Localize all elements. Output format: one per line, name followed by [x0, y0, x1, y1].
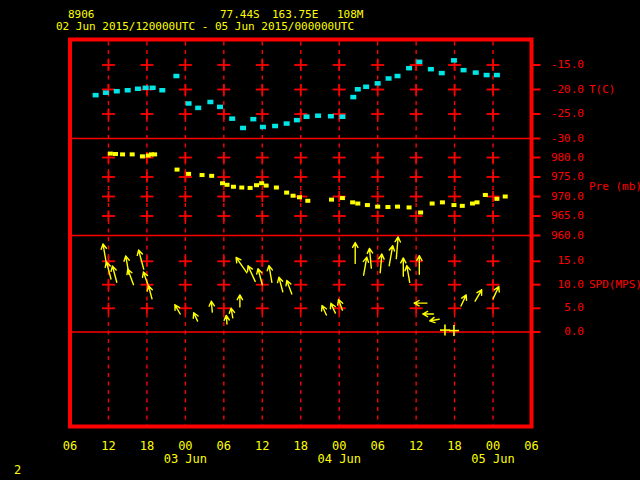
wind-arrow — [147, 286, 152, 299]
temperature-point — [461, 68, 467, 73]
value-tick-label: 970.0 — [544, 191, 584, 203]
wind-arrow — [248, 266, 256, 282]
temperature-point — [143, 86, 149, 91]
pressure-point — [460, 204, 465, 208]
pressure-point — [305, 199, 310, 203]
pressure-point — [375, 205, 380, 209]
pressure-point — [329, 198, 334, 202]
pressure-point — [475, 200, 480, 204]
time-tick-label: 12 — [409, 440, 423, 452]
wind-arrow — [405, 266, 410, 283]
day-label: 03 Jun — [164, 453, 207, 465]
temperature-point — [386, 76, 392, 81]
value-tick-label: 5.0 — [544, 302, 584, 314]
pressure-point — [200, 173, 205, 177]
time-tick-label: 18 — [294, 440, 308, 452]
time-tick-label: 00 — [486, 440, 500, 452]
pressure-point — [284, 191, 289, 195]
temperature-point — [315, 113, 321, 118]
time-tick-label: 18 — [447, 440, 461, 452]
wind-arrow — [322, 306, 327, 316]
pressure-point — [254, 183, 259, 187]
pressure-point — [355, 202, 360, 206]
pressure-point — [152, 152, 157, 156]
temperature-point — [355, 87, 361, 92]
pressure-point — [259, 181, 264, 185]
wind-arrow — [127, 269, 134, 285]
pressure-point — [120, 152, 125, 156]
time-tick-label: 06 — [63, 440, 77, 452]
temperature-point — [217, 105, 223, 110]
pressure-point — [385, 205, 390, 209]
pressure-point — [395, 205, 400, 209]
temperature-point — [350, 95, 356, 100]
pressure-point — [291, 194, 296, 198]
pressure-point — [451, 203, 456, 207]
pressure-point — [494, 197, 499, 201]
temperature-point — [272, 124, 278, 129]
value-tick-label: 975.0 — [544, 171, 584, 183]
temperature-point — [260, 125, 266, 129]
page-number: 2 — [14, 464, 21, 476]
pressure-point — [503, 195, 508, 199]
wind-arrow — [417, 256, 422, 275]
day-label: 05 Jun — [471, 453, 514, 465]
pressure-point — [483, 193, 488, 197]
value-tick-label: 15.0 — [544, 255, 584, 267]
temperature-point — [250, 117, 256, 122]
wind-arrow — [229, 308, 234, 318]
wind-axis-label: SPD(MPS) — [589, 279, 640, 291]
temperature-point — [150, 86, 156, 91]
temperature-point — [135, 87, 141, 92]
wind-arrow — [137, 250, 143, 269]
wind-arrow — [379, 254, 384, 273]
value-tick-label: 960.0 — [544, 230, 584, 242]
temperature-point — [406, 66, 412, 71]
time-tick-label: 06 — [370, 440, 384, 452]
pressure-point — [274, 186, 279, 190]
value-tick-label: 965.0 — [544, 210, 584, 222]
temperature-point — [328, 114, 334, 119]
temperature-point — [114, 89, 120, 94]
pressure-point — [220, 181, 225, 185]
pressure-point — [418, 210, 423, 214]
wind-arrow — [105, 262, 111, 279]
temperature-point — [284, 121, 290, 126]
wind-arrow — [209, 301, 214, 312]
wind-arrow — [395, 237, 400, 259]
value-tick-label: -15.0 — [544, 59, 584, 71]
temperature-point — [439, 71, 445, 76]
wind-arrow — [193, 313, 198, 321]
wind-arrow — [430, 317, 439, 322]
pressure-point — [407, 205, 412, 209]
temperature-point — [416, 60, 422, 65]
value-tick-label: 10.0 — [544, 279, 584, 291]
pressure-point — [113, 152, 118, 156]
value-tick-label: 0.0 — [544, 326, 584, 338]
pressure-point — [130, 152, 135, 156]
temperature-point — [473, 70, 479, 75]
pressure-point — [108, 152, 113, 156]
pressure-point — [350, 200, 355, 204]
pressure-point — [239, 186, 244, 190]
temperature-point — [173, 74, 179, 79]
pressure-axis-label: Pre (mb) — [589, 181, 640, 193]
value-tick-label: -20.0 — [544, 84, 584, 96]
pressure-point — [430, 202, 435, 206]
wind-arrow — [367, 248, 372, 268]
value-tick-label: 980.0 — [544, 152, 584, 164]
wind-arrow — [389, 246, 394, 266]
pressure-point — [264, 184, 269, 188]
wind-arrow — [257, 269, 263, 285]
temperature-point — [93, 93, 99, 98]
wind-arrow — [353, 243, 358, 264]
time-tick-label: 00 — [178, 440, 192, 452]
pressure-point — [140, 154, 145, 158]
temperature-point — [207, 100, 213, 105]
wind-arrow — [423, 311, 434, 316]
pressure-point — [470, 202, 475, 206]
wind-arrow — [363, 257, 368, 275]
value-tick-label: -30.0 — [544, 133, 584, 145]
wind-arrow — [461, 295, 467, 306]
temperature-point — [428, 67, 434, 72]
